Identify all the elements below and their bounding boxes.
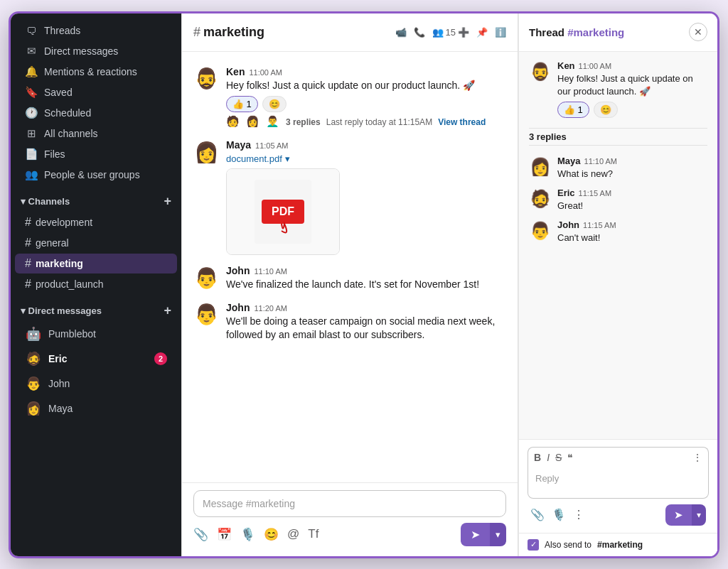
table-row: 👨 John 11:20 AM We'll be doing a teaser …	[193, 299, 506, 345]
attachment-icon[interactable]: 📎	[193, 527, 208, 542]
list-item: 👩 Maya 11:10 AM What is new?	[529, 156, 707, 180]
thread-reaction-thumbsup[interactable]: 👍 1	[557, 102, 589, 118]
sidebar: 🗨Threads✉Direct messages🔔Mentions & reac…	[11, 13, 181, 556]
strikethrough-button[interactable]: S	[555, 452, 562, 463]
messages-area: 🧔‍♂️ Ken 11:00 AM Hey folks! Just a quic…	[182, 52, 518, 482]
thread-title: Thread #marketing	[529, 26, 624, 38]
add-member-icon[interactable]: ➕	[458, 27, 469, 38]
pin-button[interactable]: 📌	[476, 27, 488, 38]
nav-icon-files: 📄	[25, 148, 38, 161]
avatar: 🧔	[529, 188, 552, 210]
dm-name: John	[48, 378, 70, 389]
channel-name-label: general	[36, 237, 69, 249]
thread-original-message: 🧔‍♂️ Ken 11:00 AM Hey folks! Just a quic…	[529, 60, 707, 118]
pdf-preview: PDF	[227, 169, 339, 254]
last-reply-text: Last reply today at 11:15AM	[326, 117, 432, 127]
channel-item-general[interactable]: #general	[15, 233, 177, 253]
nav-label-people: People & user groups	[44, 169, 140, 180]
nav-icon-scheduled: 🕐	[25, 107, 38, 119]
table-row: 🧔‍♂️ Ken 11:00 AM Hey folks! Just a quic…	[193, 63, 506, 133]
channel-item-development[interactable]: #development	[15, 212, 177, 232]
also-send-checkbox[interactable]: ✓	[528, 539, 539, 551]
thread-attachment-icon[interactable]: 📎	[530, 508, 545, 521]
view-thread-link[interactable]: View thread	[438, 117, 486, 127]
emoji-icon[interactable]: 😊	[264, 527, 279, 542]
dm-item-eric[interactable]: 🧔Eric2	[15, 347, 177, 371]
thread-reply-author: John	[557, 220, 579, 230]
sidebar-item-threads[interactable]: 🗨Threads	[15, 21, 177, 40]
info-button[interactable]: ℹ️	[495, 27, 506, 38]
sidebar-item-all-channels[interactable]: ⊞All channels	[15, 124, 177, 143]
reaction-thumbs-up[interactable]: 👍 1	[226, 96, 258, 112]
dm-item-pumblebot[interactable]: 🤖Pumblebot	[15, 322, 177, 346]
chat-header: # marketing 📹 📞 👥 15 ➕ 📌 ℹ️	[182, 13, 518, 52]
members-count[interactable]: 👥 15 ➕	[432, 27, 469, 38]
microphone-icon[interactable]: 🎙️	[240, 527, 255, 542]
channels-section-header[interactable]: ▾ Channels +	[11, 185, 181, 212]
nav-label-scheduled: Scheduled	[44, 107, 91, 119]
bold-button[interactable]: B	[534, 452, 541, 463]
reaction-smile[interactable]: 😊	[262, 96, 287, 112]
more-format-button[interactable]: ⋮	[692, 452, 702, 463]
thread-reaction-smile[interactable]: 😊	[594, 102, 618, 118]
mention-icon[interactable]: @	[287, 527, 299, 541]
thread-reply-author: Eric	[557, 188, 575, 198]
italic-button[interactable]: I	[547, 452, 550, 463]
channel-item-product_launch[interactable]: #product_launch	[15, 274, 177, 294]
file-attachment-header[interactable]: document.pdf ▾	[226, 153, 506, 164]
file-dropdown-icon[interactable]: ▾	[285, 153, 290, 164]
replies-count-label: 3 replies	[529, 128, 707, 146]
thread-microphone-icon[interactable]: 🎙️	[552, 508, 566, 521]
sidebar-item-direct-messages-nav[interactable]: ✉Direct messages	[15, 41, 177, 61]
nav-icon-all-channels: ⊞	[25, 127, 38, 140]
thread-action-bar: 📎 🎙️ ⋮ ➤ ▾	[528, 504, 709, 526]
avatar: 👨	[193, 265, 219, 291]
send-group: ➤ ▾	[461, 523, 506, 546]
avatar: 🧔‍♂️	[193, 66, 219, 92]
avatar: 🤖	[25, 325, 42, 342]
sidebar-item-scheduled[interactable]: 🕐Scheduled	[15, 103, 177, 123]
thread-reply-textbox[interactable]: Reply	[528, 467, 709, 499]
nav-label-direct-messages-nav: Direct messages	[44, 45, 118, 57]
dm-section-header[interactable]: ▾ Direct messages +	[11, 295, 181, 321]
thread-reply-text: Great!	[557, 200, 707, 212]
avatar: 👨	[529, 220, 552, 242]
avatar: 👨	[25, 375, 42, 392]
sidebar-item-mentions[interactable]: 🔔Mentions & reactions	[15, 62, 177, 82]
thread-reply-time: 11:10 AM	[584, 157, 617, 166]
thread-send-button[interactable]: ➤	[665, 504, 692, 526]
channel-hash-icon: #	[25, 237, 31, 249]
also-send-channel: #marketing	[597, 540, 643, 550]
dm-item-john[interactable]: 👨John	[15, 372, 177, 396]
reply-avatar-2: 👩	[246, 115, 260, 129]
app-wrapper: 🗨Threads✉Direct messages🔔Mentions & reac…	[9, 11, 719, 558]
thread-send-dropdown-button[interactable]: ▾	[692, 504, 706, 526]
main-chat: # marketing 📹 📞 👥 15 ➕ 📌 ℹ️ 🧔‍♂️	[181, 13, 518, 556]
sidebar-item-people[interactable]: 👥People & user groups	[15, 165, 177, 185]
close-thread-button[interactable]: ✕	[689, 23, 707, 41]
voice-call-button[interactable]: 📞	[414, 27, 425, 38]
calendar-icon[interactable]: 📅	[217, 527, 232, 542]
sidebar-item-saved[interactable]: 🔖Saved	[15, 82, 177, 102]
channels-label: ▾ Channels	[21, 196, 70, 207]
sidebar-item-files[interactable]: 📄Files	[15, 144, 177, 164]
send-dropdown-button[interactable]: ▾	[490, 523, 506, 546]
add-dm-button[interactable]: +	[164, 303, 171, 318]
table-row: 👩 Maya 11:05 AM document.pdf ▾	[193, 136, 506, 258]
thread-reply-author: Maya	[557, 156, 581, 166]
thread-panel: Thread #marketing ✕ 🧔‍♂️ Ken 11:00 AM He…	[518, 13, 717, 556]
channel-item-marketing[interactable]: #marketing	[15, 254, 177, 273]
format-icon[interactable]: Tf	[308, 527, 318, 541]
add-channel-button[interactable]: +	[164, 194, 171, 209]
message-input-box[interactable]: Message #marketing	[193, 490, 506, 517]
dm-item-maya[interactable]: 👩Maya	[15, 396, 177, 421]
channel-hash-symbol: #	[193, 25, 200, 40]
message-header: John 11:20 AM	[226, 302, 506, 313]
send-button[interactable]: ➤	[461, 523, 490, 546]
thread-reply-header: John 11:15 AM	[557, 220, 707, 230]
thread-more-icon[interactable]: ⋮	[573, 508, 584, 521]
thread-format-bar: B I S ❝ ⋮	[528, 447, 709, 467]
thread-channel: #marketing	[567, 26, 624, 38]
blockquote-button[interactable]: ❝	[567, 452, 573, 463]
video-call-button[interactable]: 📹	[395, 27, 407, 38]
